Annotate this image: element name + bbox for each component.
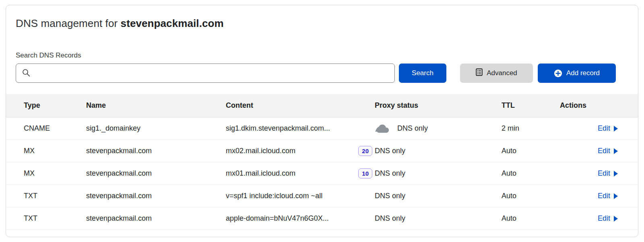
dns-management-card: DNS management for stevenpackmail.com Se…	[6, 5, 638, 237]
edit-link-label: Edit	[598, 147, 610, 155]
search-toolbar: Search Advanced Add record	[16, 64, 616, 83]
dns-only-cloud-icon	[375, 123, 392, 135]
proxy-status-cell: DNS only	[375, 147, 502, 155]
record-content-cell: mx01.mail.icloud.com 10	[226, 168, 375, 178]
edit-link-label: Edit	[598, 214, 610, 223]
record-name: sig1._domainkey	[86, 124, 226, 133]
mx-priority-badge: 20	[358, 146, 372, 156]
record-name: stevenpackmail.com	[86, 147, 226, 155]
page-title: DNS management for stevenpackmail.com	[16, 17, 628, 30]
column-header-ttl: TTL	[502, 101, 560, 110]
advanced-button[interactable]: Advanced	[460, 64, 533, 83]
column-header-name: Name	[86, 101, 226, 110]
table-row: MX stevenpackmail.com mx02.mail.icloud.c…	[6, 140, 638, 162]
search-input[interactable]	[16, 64, 395, 83]
column-header-type: Type	[24, 101, 86, 110]
record-ttl: Auto	[502, 147, 560, 155]
actions-cell: Edit	[560, 147, 618, 155]
edit-arrow-icon	[614, 148, 618, 154]
record-ttl: Auto	[502, 214, 560, 223]
domain-name: stevenpackmail.com	[121, 17, 224, 29]
proxy-status-cell: DNS only	[375, 214, 502, 223]
edit-link[interactable]: Edit	[598, 169, 618, 178]
mx-priority-badge: 10	[358, 168, 372, 178]
edit-link[interactable]: Edit	[598, 214, 618, 223]
table-row: MX stevenpackmail.com mx01.mail.icloud.c…	[6, 162, 638, 185]
search-label: Search DNS Records	[16, 51, 628, 59]
edit-arrow-icon	[614, 193, 618, 199]
advanced-list-icon	[476, 68, 483, 78]
column-header-actions: Actions	[560, 101, 618, 110]
edit-link-label: Edit	[598, 192, 610, 200]
add-record-button-label: Add record	[566, 69, 600, 77]
record-ttl: Auto	[502, 192, 560, 200]
plus-circle-icon	[554, 69, 562, 78]
proxy-status-cell: DNS only	[375, 169, 502, 178]
record-type: TXT	[24, 214, 86, 223]
column-header-content: Content	[226, 101, 375, 110]
record-content: sig1.dkim.stevenpackmail.com...	[226, 124, 330, 133]
proxy-status-cell: DNS only	[375, 123, 502, 135]
actions-cell: Edit	[560, 169, 618, 178]
record-name: stevenpackmail.com	[86, 192, 226, 200]
record-content: mx02.mail.icloud.com	[226, 147, 295, 155]
record-type: CNAME	[24, 124, 86, 133]
proxy-status: DNS only	[375, 192, 405, 200]
table-header-row: Type Name Content Proxy status TTL Actio…	[6, 94, 638, 117]
record-name: stevenpackmail.com	[86, 169, 226, 178]
actions-cell: Edit	[560, 124, 618, 133]
proxy-status: DNS only	[375, 147, 405, 155]
proxy-status-cell: DNS only	[375, 192, 502, 200]
page-header: DNS management for stevenpackmail.com	[6, 5, 638, 30]
table-row: CNAME sig1._domainkey sig1.dkim.stevenpa…	[6, 117, 638, 140]
record-content-cell: sig1.dkim.stevenpackmail.com...	[226, 124, 375, 133]
record-name: stevenpackmail.com	[86, 214, 226, 223]
record-content: v=spf1 include:icloud.com ~all	[226, 192, 322, 200]
edit-arrow-icon	[614, 171, 618, 176]
dns-records-table: Type Name Content Proxy status TTL Actio…	[6, 94, 638, 230]
actions-cell: Edit	[560, 192, 618, 200]
edit-arrow-icon	[614, 216, 618, 221]
search-button[interactable]: Search	[399, 64, 446, 83]
table-row: TXT stevenpackmail.com v=spf1 include:ic…	[6, 185, 638, 207]
proxy-status: DNS only	[375, 214, 405, 223]
record-content: mx01.mail.icloud.com	[226, 169, 295, 178]
column-header-proxy-status: Proxy status	[375, 101, 502, 110]
record-content-cell: v=spf1 include:icloud.com ~all	[226, 192, 375, 200]
add-record-button[interactable]: Add record	[538, 64, 616, 83]
search-box	[16, 64, 395, 83]
edit-arrow-icon	[614, 126, 618, 131]
record-type: MX	[24, 169, 86, 178]
actions-cell: Edit	[560, 214, 618, 223]
advanced-button-label: Advanced	[487, 69, 517, 77]
proxy-status: DNS only	[375, 169, 405, 178]
edit-link[interactable]: Edit	[598, 192, 618, 200]
edit-link-label: Edit	[598, 124, 610, 133]
record-content: apple-domain=bNuV47n6G0X...	[226, 214, 329, 223]
page-title-prefix: DNS management for	[16, 17, 121, 29]
search-button-label: Search	[412, 69, 433, 77]
edit-link[interactable]: Edit	[598, 124, 618, 133]
table-row: TXT stevenpackmail.com apple-domain=bNuV…	[6, 207, 638, 230]
record-type: MX	[24, 147, 86, 155]
edit-link[interactable]: Edit	[598, 147, 618, 155]
record-type: TXT	[24, 192, 86, 200]
record-content-cell: mx02.mail.icloud.com 20	[226, 146, 375, 156]
edit-link-label: Edit	[598, 169, 610, 178]
record-ttl: Auto	[502, 169, 560, 178]
record-content-cell: apple-domain=bNuV47n6G0X...	[226, 214, 375, 223]
record-ttl: 2 min	[502, 124, 560, 133]
proxy-status: DNS only	[397, 124, 428, 133]
